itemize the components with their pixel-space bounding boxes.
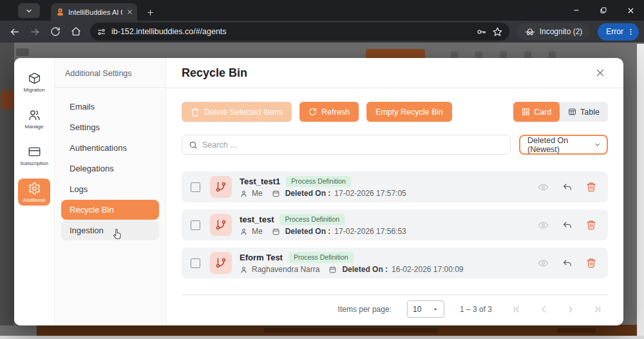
- menu-item-recycle-bin[interactable]: Recycle Bin: [61, 200, 159, 220]
- item-owner: Me: [252, 227, 263, 236]
- settings-rail: Migration Manage Subscription Additional: [14, 58, 54, 325]
- incognito-badge[interactable]: Incognito (2): [517, 23, 591, 40]
- item-name: Test_test1: [240, 177, 280, 186]
- tab-search-button[interactable]: [18, 3, 40, 18]
- deleted-on-label: Deleted On :: [285, 227, 331, 236]
- mouse-cursor: [111, 228, 124, 243]
- rail-item-subscription[interactable]: Subscription: [18, 142, 50, 169]
- deleted-at: 17-02-2026 17:57:05: [334, 189, 406, 198]
- dimmed-footer-text: [264, 328, 438, 333]
- row-checkbox[interactable]: [191, 220, 200, 230]
- window-controls: [563, 0, 644, 21]
- view-toggle: Card Table: [513, 102, 608, 122]
- address-bar[interactable]: ib-152.intellibuddies.co/#/agents: [90, 23, 509, 41]
- url-text[interactable]: ib-152.intellibuddies.co/#/agents: [111, 27, 471, 36]
- menu-item-emails[interactable]: Emails: [61, 97, 159, 117]
- chevron-down-icon: [594, 140, 601, 149]
- card-view-button[interactable]: Card: [513, 102, 560, 122]
- back-button[interactable]: [5, 23, 23, 41]
- process-branch-icon: [215, 219, 227, 231]
- item-owner: Raghavendra Narra: [252, 265, 319, 274]
- search-box: [182, 135, 511, 155]
- last-page-button[interactable]: [592, 304, 603, 315]
- search-input[interactable]: [202, 140, 504, 150]
- browser-tab[interactable]: IntelliBuddies AI Command Cen: [51, 3, 137, 21]
- password-key-icon[interactable]: [476, 26, 487, 37]
- page-scrollbar[interactable]: [637, 44, 644, 336]
- item-type-badge: Process Definition: [279, 214, 345, 225]
- caret-down-icon: [432, 306, 439, 313]
- incognito-icon: [525, 26, 535, 37]
- next-page-button[interactable]: [565, 304, 576, 315]
- paginator: Items per page: 10 1 – 3 of 3: [182, 295, 608, 323]
- delete-item-icon[interactable]: [586, 220, 596, 230]
- calendar-icon: [272, 228, 280, 236]
- process-tile: [210, 214, 232, 236]
- empty-recycle-bin-label: Empty Recycle Bin: [375, 108, 443, 117]
- reload-button[interactable]: [46, 23, 64, 41]
- bookmark-star-icon[interactable]: [492, 26, 503, 37]
- rail-item-migration[interactable]: Migration: [18, 68, 50, 95]
- browser-toolbar: ib-152.intellibuddies.co/#/agents Incogn…: [0, 21, 644, 43]
- table-view-button[interactable]: Table: [560, 102, 608, 122]
- menu-item-delegations[interactable]: Delegations: [61, 159, 159, 179]
- person-icon: [240, 228, 248, 236]
- close-window-button[interactable]: [617, 0, 644, 21]
- menu-item-logs[interactable]: Logs: [61, 179, 159, 199]
- empty-recycle-bin-button[interactable]: Empty Recycle Bin: [366, 102, 452, 122]
- delete-item-icon[interactable]: [586, 182, 596, 192]
- forward-button[interactable]: [26, 23, 44, 41]
- menu-item-authentications[interactable]: Authentications: [61, 138, 159, 158]
- delete-selected-button[interactable]: Delete Selected Items: [182, 102, 292, 122]
- view-icon[interactable]: [538, 258, 549, 269]
- recycle-bin-panel: Recycle Bin Delete Selected Items Refres…: [166, 58, 623, 325]
- home-icon: [71, 26, 81, 37]
- list-item[interactable]: Test_test1 Process Definition Me Deleted…: [182, 171, 608, 202]
- manage-users-icon: [28, 108, 41, 122]
- restore-button[interactable]: [590, 0, 617, 21]
- person-icon: [240, 189, 248, 198]
- page-size-select[interactable]: 10: [407, 300, 444, 318]
- item-name: Eform Test: [240, 253, 283, 262]
- restore-item-icon[interactable]: [562, 182, 573, 192]
- items-per-page-label: Items per page:: [338, 305, 392, 314]
- rail-item-manage[interactable]: Manage: [18, 105, 50, 132]
- incognito-label: Incognito (2): [540, 27, 583, 36]
- sort-value: Deleted On (Newest): [527, 136, 594, 154]
- refresh-button[interactable]: Refresh: [299, 102, 359, 122]
- sort-dropdown[interactable]: Deleted On (Newest): [519, 135, 608, 155]
- kebab-menu-icon[interactable]: [626, 27, 636, 37]
- refresh-icon: [308, 108, 317, 116]
- rail-item-additional[interactable]: Additional: [18, 179, 50, 206]
- menu-item-ingestion[interactable]: Ingestion: [61, 220, 159, 240]
- menu-item-settings[interactable]: Settings: [61, 117, 159, 137]
- page-title: Recycle Bin: [182, 66, 247, 80]
- restore-item-icon[interactable]: [562, 220, 573, 230]
- prev-page-button[interactable]: [538, 304, 549, 315]
- tab-close-icon[interactable]: [126, 8, 133, 15]
- first-page-button[interactable]: [511, 304, 522, 315]
- home-button[interactable]: [67, 23, 85, 41]
- recycle-bin-list: Test_test1 Process Definition Me Deleted…: [166, 155, 623, 286]
- row-checkbox[interactable]: [191, 258, 200, 268]
- delete-item-icon[interactable]: [586, 258, 596, 268]
- view-icon[interactable]: [538, 220, 549, 231]
- dialog-close-button[interactable]: [592, 65, 608, 81]
- view-icon[interactable]: [538, 182, 549, 193]
- restore-item-icon[interactable]: [562, 258, 573, 268]
- list-item[interactable]: Eform Test Process Definition Raghavendr…: [182, 247, 608, 278]
- minimize-button[interactable]: [563, 0, 590, 21]
- close-icon: [595, 68, 605, 78]
- error-button[interactable]: Error: [598, 23, 639, 41]
- row-checkbox[interactable]: [191, 182, 200, 192]
- process-branch-icon: [215, 257, 227, 269]
- subscription-card-icon: [28, 145, 41, 159]
- new-tab-button[interactable]: [143, 5, 157, 19]
- process-tile: [210, 252, 232, 274]
- page-size-value: 10: [413, 305, 421, 314]
- list-item[interactable]: test_test Process Definition Me Deleted …: [182, 209, 608, 240]
- app-favicon: [56, 8, 64, 16]
- reload-icon: [50, 26, 61, 37]
- browser-titlebar: IntelliBuddies AI Command Cen: [0, 0, 644, 21]
- site-settings-icon[interactable]: [97, 27, 106, 37]
